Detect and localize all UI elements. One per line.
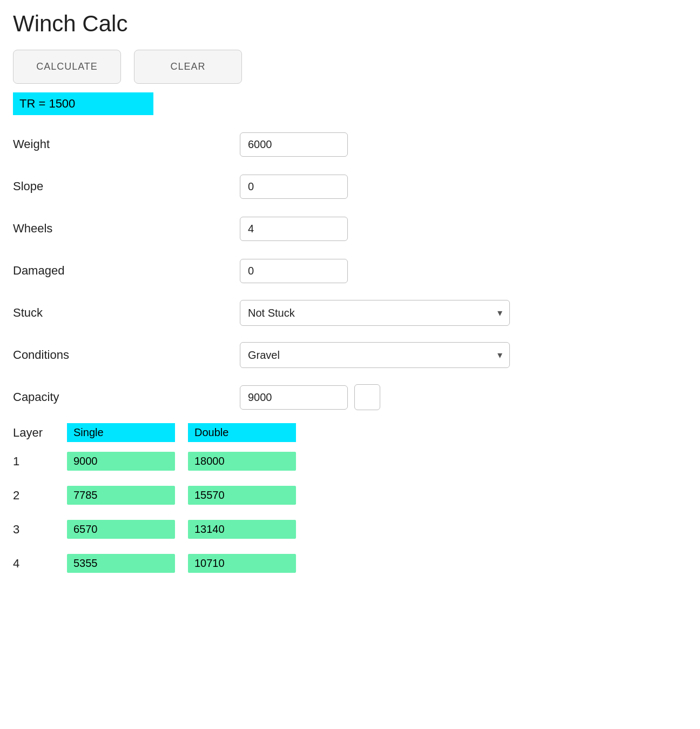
weight-label: Weight xyxy=(13,137,240,151)
layer-num: 3 xyxy=(13,523,67,537)
calculate-button[interactable]: CALCULATE xyxy=(13,50,121,84)
capacity-input-group xyxy=(240,384,380,410)
stuck-select[interactable]: Not Stuck Stuck xyxy=(240,300,510,326)
layer-num: 4 xyxy=(13,557,67,571)
layer-row: 2 7785 15570 xyxy=(13,486,687,505)
layer-section: Layer Single Double 1 9000 18000 2 7785 … xyxy=(13,423,687,573)
layer-num: 2 xyxy=(13,489,67,503)
layer-double-header: Double xyxy=(188,423,296,442)
stuck-select-wrapper: Not Stuck Stuck xyxy=(240,300,510,326)
weight-row: Weight xyxy=(13,128,687,160)
layer-header-label: Layer xyxy=(13,426,67,440)
wheels-input[interactable] xyxy=(240,217,348,241)
capacity-checkbox[interactable] xyxy=(354,384,380,410)
slope-row: Slope xyxy=(13,170,687,203)
layer-single-value: 6570 xyxy=(67,520,175,539)
layer-single-value: 7785 xyxy=(67,486,175,505)
capacity-label: Capacity xyxy=(13,390,240,404)
damaged-row: Damaged xyxy=(13,255,687,287)
capacity-row: Capacity xyxy=(13,381,687,413)
conditions-select-wrapper: Gravel Asphalt Grass Sand Mud xyxy=(240,342,510,368)
app-title: Winch Calc xyxy=(13,11,687,37)
layer-row: 3 6570 13140 xyxy=(13,520,687,539)
button-row: CALCULATE CLEAR xyxy=(13,50,687,84)
conditions-row: Conditions Gravel Asphalt Grass Sand Mud xyxy=(13,339,687,371)
layer-header-row: Layer Single Double xyxy=(13,423,687,442)
layer-double-value: 13140 xyxy=(188,520,296,539)
capacity-input[interactable] xyxy=(240,385,348,410)
layer-single-value: 9000 xyxy=(67,452,175,471)
layer-rows-container: 1 9000 18000 2 7785 15570 3 6570 13140 4… xyxy=(13,452,687,573)
damaged-input[interactable] xyxy=(240,259,348,283)
layer-row: 4 5355 10710 xyxy=(13,554,687,573)
damaged-label: Damaged xyxy=(13,264,240,278)
clear-button[interactable]: CLEAR xyxy=(134,50,242,84)
layer-double-value: 15570 xyxy=(188,486,296,505)
layer-double-value: 10710 xyxy=(188,554,296,573)
layer-double-value: 18000 xyxy=(188,452,296,471)
wheels-label: Wheels xyxy=(13,222,240,236)
stuck-row: Stuck Not Stuck Stuck xyxy=(13,297,687,329)
tr-result: TR = 1500 xyxy=(13,92,153,115)
conditions-select[interactable]: Gravel Asphalt Grass Sand Mud xyxy=(240,342,510,368)
layer-num: 1 xyxy=(13,454,67,469)
layer-single-header: Single xyxy=(67,423,175,442)
conditions-label: Conditions xyxy=(13,348,240,362)
layer-single-value: 5355 xyxy=(67,554,175,573)
slope-input[interactable] xyxy=(240,175,348,199)
form-section: Weight Slope Wheels Damaged Stuck Not St… xyxy=(13,128,687,413)
weight-input[interactable] xyxy=(240,132,348,157)
layer-row: 1 9000 18000 xyxy=(13,452,687,471)
wheels-row: Wheels xyxy=(13,212,687,245)
stuck-label: Stuck xyxy=(13,306,240,320)
slope-label: Slope xyxy=(13,179,240,193)
